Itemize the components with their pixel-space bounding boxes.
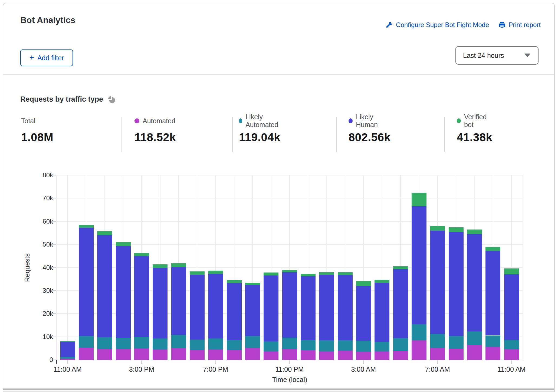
bar-segment-likely-automated[interactable] (412, 324, 426, 340)
bar-segment-verified-bot[interactable] (412, 193, 426, 206)
bar-segment-automated[interactable] (208, 350, 223, 360)
bar-segment-likely-automated[interactable] (301, 340, 316, 350)
bar-segment-automated[interactable] (134, 348, 149, 360)
bar-segment-verified-bot[interactable] (60, 341, 75, 342)
bar-segment-likely-automated[interactable] (79, 336, 94, 348)
bar-segment-automated[interactable] (412, 340, 426, 360)
bar-segment-likely-automated[interactable] (190, 340, 205, 350)
bar-segment-automated[interactable] (227, 350, 242, 360)
bar-segment-verified-bot[interactable] (171, 263, 186, 267)
bar-segment-likely-automated[interactable] (97, 337, 112, 349)
bar-segment-likely-human[interactable] (208, 274, 223, 338)
bar-segment-likely-automated[interactable] (356, 341, 371, 352)
bar-segment-automated[interactable] (264, 351, 278, 360)
bar-segment-likely-automated[interactable] (171, 335, 186, 348)
bar-segment-automated[interactable] (245, 348, 260, 360)
bar-segment-verified-bot[interactable] (116, 242, 131, 246)
bar-segment-likely-human[interactable] (134, 256, 149, 337)
bar-segment-automated[interactable] (190, 350, 205, 360)
bar-segment-likely-human[interactable] (79, 228, 94, 336)
bar-segment-likely-automated[interactable] (430, 334, 445, 348)
bar-segment-verified-bot[interactable] (301, 274, 316, 276)
bar-segment-likely-human[interactable] (338, 275, 353, 340)
bar-segment-likely-automated[interactable] (393, 338, 408, 351)
bar-segment-automated[interactable] (338, 351, 353, 360)
bar-segment-likely-human[interactable] (301, 276, 316, 340)
bar-segment-likely-automated[interactable] (208, 338, 223, 350)
bar-segment-verified-bot[interactable] (97, 231, 112, 235)
add-filter-button[interactable]: + Add filter (20, 49, 73, 66)
bar-segment-likely-automated[interactable] (449, 336, 464, 349)
bar-segment-verified-bot[interactable] (79, 225, 94, 228)
bar-segment-likely-automated[interactable] (134, 337, 149, 348)
bar-segment-verified-bot[interactable] (430, 226, 445, 231)
bar-segment-likely-human[interactable] (356, 286, 371, 341)
bar-segment-automated[interactable] (79, 348, 94, 360)
bar-segment-likely-human[interactable] (393, 269, 408, 338)
bar-segment-automated[interactable] (301, 350, 316, 360)
bar-segment-likely-human[interactable] (485, 251, 500, 335)
bar-segment-likely-automated[interactable] (375, 342, 389, 351)
bar-segment-automated[interactable] (449, 349, 464, 360)
bar-segment-likely-automated[interactable] (338, 340, 353, 351)
bar-segment-automated[interactable] (485, 347, 500, 360)
bar-segment-verified-bot[interactable] (375, 280, 389, 283)
bar-segment-verified-bot[interactable] (319, 272, 334, 275)
bar-segment-likely-human[interactable] (264, 275, 278, 341)
bar-segment-automated[interactable] (467, 345, 482, 360)
bar-segment-automated[interactable] (97, 349, 112, 360)
bar-segment-likely-automated[interactable] (485, 335, 500, 347)
bar-segment-verified-bot[interactable] (393, 266, 408, 269)
bar-segment-verified-bot[interactable] (153, 264, 168, 268)
bar-segment-likely-human[interactable] (430, 231, 445, 334)
bar-segment-likely-automated[interactable] (282, 338, 297, 349)
bar-segment-likely-human[interactable] (171, 267, 186, 335)
bar-segment-verified-bot[interactable] (356, 281, 371, 286)
bar-segment-verified-bot[interactable] (449, 227, 464, 232)
bar-segment-verified-bot[interactable] (190, 271, 205, 275)
bar-segment-likely-human[interactable] (467, 234, 482, 331)
bar-segment-likely-automated[interactable] (319, 340, 334, 351)
bar-segment-automated[interactable] (282, 349, 297, 360)
bar-segment-likely-automated[interactable] (116, 338, 131, 349)
bar-segment-verified-bot[interactable] (134, 253, 149, 256)
bar-segment-automated[interactable] (504, 349, 519, 360)
bar-segment-verified-bot[interactable] (485, 247, 500, 251)
bar-segment-verified-bot[interactable] (467, 230, 482, 234)
configure-super-bot-fight-mode-link[interactable]: Configure Super Bot Fight Mode (386, 21, 489, 29)
bar-segment-likely-human[interactable] (319, 275, 334, 340)
bar-segment-likely-human[interactable] (245, 285, 260, 336)
print-report-link[interactable]: Print report (498, 21, 541, 29)
bar-segment-automated[interactable] (375, 351, 389, 360)
time-range-dropdown[interactable]: Last 24 hours (455, 46, 539, 65)
bar-segment-likely-human[interactable] (60, 342, 75, 357)
bar-segment-verified-bot[interactable] (264, 273, 278, 275)
bar-segment-likely-human[interactable] (375, 283, 389, 342)
bar-segment-automated[interactable] (116, 349, 131, 360)
bar-segment-automated[interactable] (153, 350, 168, 360)
bar-segment-automated[interactable] (393, 351, 408, 360)
bar-segment-likely-human[interactable] (97, 235, 112, 337)
bar-segment-likely-automated[interactable] (504, 340, 519, 349)
bar-segment-likely-human[interactable] (116, 246, 131, 338)
bar-segment-likely-human[interactable] (412, 206, 426, 324)
bar-segment-verified-bot[interactable] (282, 270, 297, 273)
bar-segment-automated[interactable] (319, 351, 334, 360)
bar-segment-likely-human[interactable] (190, 275, 205, 340)
bar-segment-automated[interactable] (356, 352, 371, 360)
bar-segment-likely-automated[interactable] (60, 357, 75, 359)
bar-segment-verified-bot[interactable] (227, 280, 242, 283)
bar-segment-likely-human[interactable] (227, 283, 242, 340)
bar-segment-likely-human[interactable] (153, 268, 168, 338)
bar-segment-verified-bot[interactable] (208, 271, 223, 274)
bar-segment-likely-human[interactable] (449, 232, 464, 336)
bar-segment-verified-bot[interactable] (338, 272, 353, 275)
bar-segment-likely-automated[interactable] (245, 336, 260, 348)
bar-segment-likely-automated[interactable] (467, 331, 482, 345)
bar-segment-verified-bot[interactable] (504, 268, 519, 274)
bar-segment-likely-automated[interactable] (264, 341, 278, 352)
bar-segment-automated[interactable] (171, 348, 186, 360)
bar-segment-automated[interactable] (430, 348, 445, 360)
bar-segment-verified-bot[interactable] (245, 283, 260, 285)
bar-segment-likely-human[interactable] (282, 272, 297, 338)
